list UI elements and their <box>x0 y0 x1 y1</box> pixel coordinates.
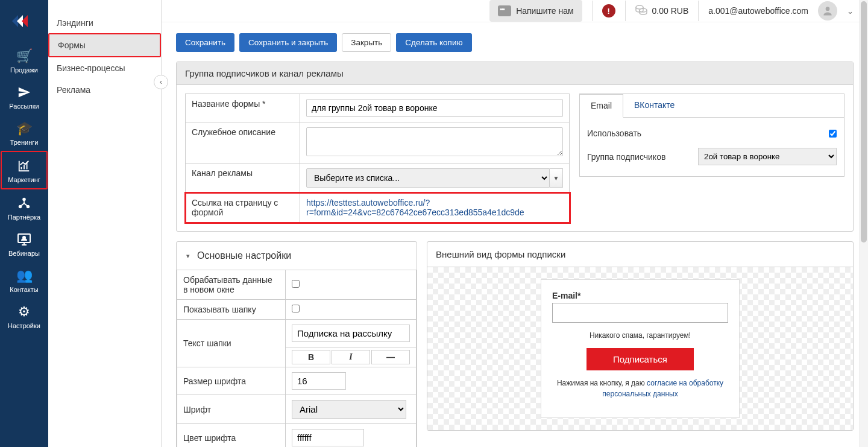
nav-label: Настройки <box>8 322 40 329</box>
tab-email[interactable]: Email <box>580 94 623 118</box>
use-label: Использовать <box>587 128 829 138</box>
subscriber-group-select[interactable]: 2ой товар в воронке <box>698 148 837 165</box>
topbar: Напишите нам ! 0.00 RUB a.001@autoweboff… <box>162 0 868 22</box>
field-label: Показывать шапку <box>177 300 286 320</box>
new-window-checkbox[interactable] <box>292 280 300 288</box>
graduation-icon: 🎓 <box>16 121 33 136</box>
tab-vk[interactable]: ВКонтакте <box>623 94 685 117</box>
channel-tabs: Email ВКонтакте Использовать Г <box>579 94 844 177</box>
alert-icon[interactable]: ! <box>602 4 615 17</box>
field-label: Шрифт <box>177 395 286 424</box>
avatar[interactable] <box>818 1 837 21</box>
nav-label: Маркетинг <box>8 176 40 183</box>
bold-button[interactable]: B <box>292 350 330 364</box>
subscribe-button[interactable]: Подписаться <box>587 348 694 370</box>
form-props-table: Название формы * Служебное описание Кана… <box>185 94 570 223</box>
font-color-input[interactable] <box>292 429 364 446</box>
form-page-link[interactable]: https://testtest.autoweboffice.ru/?r=for… <box>306 198 524 217</box>
strike-button[interactable]: — <box>371 350 410 364</box>
cart-icon: 🛒 <box>16 48 33 64</box>
field-label: Ссылка на страницу с формой <box>186 193 300 223</box>
nav-settings[interactable]: ⚙ Настройки <box>1 298 48 334</box>
select-caret[interactable]: ▼ <box>550 168 563 188</box>
scrollbar-track[interactable] <box>860 0 868 447</box>
coins-icon <box>635 4 647 18</box>
field-label: Текст шапки <box>177 320 286 367</box>
form-name-input[interactable] <box>306 99 563 117</box>
consent-text: Нажимая на кнопку, я даю согласие на обр… <box>552 378 728 399</box>
email-label: E-mail* <box>552 291 580 300</box>
chat-button[interactable]: Напишите нам <box>489 0 582 22</box>
monitor-icon <box>17 232 31 247</box>
close-button[interactable]: Закрыть <box>342 33 391 52</box>
user-menu-caret[interactable]: ⌄ <box>847 7 854 16</box>
preview-email-input[interactable] <box>552 303 728 323</box>
field-label: Служебное описание <box>186 122 300 163</box>
chart-icon <box>17 158 31 174</box>
balance-display[interactable]: 0.00 RUB <box>635 4 689 18</box>
subnav-bprocesses[interactable]: Бизнес-процессы <box>48 57 161 79</box>
field-label: Канал рекламы <box>186 163 300 193</box>
nav-mailings[interactable]: Рассылки <box>1 78 48 115</box>
field-label: Название формы * <box>186 94 300 122</box>
nav-label: Продажи <box>10 66 38 74</box>
svg-point-3 <box>22 198 26 201</box>
collapse-subnav-button[interactable]: ‹ <box>154 75 168 89</box>
main-sidebar: 🛒 Продажи Рассылки 🎓 Тренинги Маркетинг … <box>0 0 48 447</box>
font-size-input[interactable] <box>292 372 346 390</box>
chat-label: Напишите нам <box>516 6 573 16</box>
nav-webinars[interactable]: Вебинары <box>1 226 48 262</box>
form-description-textarea[interactable] <box>306 127 563 156</box>
divider <box>625 1 626 21</box>
field-label: Обрабатывать данные в новом окне <box>177 270 286 300</box>
nav-label: Рассылки <box>9 103 39 110</box>
sub-sidebar: Лэндинги Формы Бизнес-процессы Реклама ‹ <box>48 0 162 447</box>
field-label: Цвет шрифта <box>177 424 286 448</box>
network-icon <box>17 195 31 211</box>
action-bar: Сохранить Сохранить и закрыть Закрыть Сд… <box>176 33 854 52</box>
users-icon: 👥 <box>16 268 33 284</box>
subnav-ads[interactable]: Реклама <box>48 79 161 101</box>
font-select[interactable]: Arial <box>292 400 406 419</box>
subnav-forms[interactable]: Формы <box>48 33 161 57</box>
save-button[interactable]: Сохранить <box>176 33 234 52</box>
chevron-down-icon: ▾ <box>186 252 190 260</box>
italic-button[interactable]: I <box>332 350 370 364</box>
save-close-button[interactable]: Сохранить и закрыть <box>239 33 337 52</box>
nav-contacts[interactable]: 👥 Контакты <box>1 262 48 298</box>
subscribers-panel: Группа подписчиков и канал рекламы Назва… <box>176 62 854 232</box>
subnav-landings[interactable]: Лэндинги <box>48 12 161 34</box>
nav-label: Партнёрка <box>8 214 40 221</box>
logo <box>0 5 48 37</box>
divider <box>592 1 593 21</box>
nav-marketing[interactable]: Маркетинг <box>1 151 48 189</box>
accordion-title: Основные настройки <box>197 250 291 261</box>
ad-channel-select[interactable]: Выберите из списка... <box>306 168 550 188</box>
subscribe-form-preview: E-mail* Никакого спама, гарантируем! Под… <box>541 279 740 418</box>
header-text-input[interactable] <box>292 325 410 342</box>
gear-icon: ⚙ <box>18 304 30 320</box>
accordion-toggle[interactable]: ▾ Основные настройки <box>177 242 417 270</box>
preview-title: Внешний вид формы подписки <box>427 242 853 267</box>
nav-trainings[interactable]: 🎓 Тренинги <box>1 115 48 151</box>
nav-label: Вебинары <box>8 250 40 257</box>
nav-sales[interactable]: 🛒 Продажи <box>1 42 48 78</box>
use-checkbox[interactable] <box>829 130 837 138</box>
scrollbar-thumb[interactable] <box>861 1 867 243</box>
copy-button[interactable]: Сделать копию <box>396 33 471 52</box>
field-label: Размер шрифта <box>177 367 286 395</box>
show-header-checkbox[interactable] <box>292 305 300 312</box>
chat-icon <box>498 5 511 16</box>
content-area: Напишите нам ! 0.00 RUB a.001@autoweboff… <box>162 0 868 447</box>
balance-value: 0.00 RUB <box>652 6 689 16</box>
svg-point-10 <box>826 7 830 11</box>
nav-partners[interactable]: Партнёрка <box>1 189 48 226</box>
nospam-text: Никакого спама, гарантируем! <box>590 331 691 340</box>
panel-title: Группа подписчиков и канал рекламы <box>177 62 853 85</box>
nav-label: Контакты <box>10 286 39 293</box>
send-icon <box>17 84 31 100</box>
user-email[interactable]: a.001@autoweboffice.com <box>708 6 808 16</box>
main-settings-panel: ▾ Основные настройки Обрабатывать данные… <box>176 241 417 447</box>
divider <box>698 1 699 21</box>
preview-panel: Внешний вид формы подписки E-mail* Никак… <box>427 241 854 431</box>
